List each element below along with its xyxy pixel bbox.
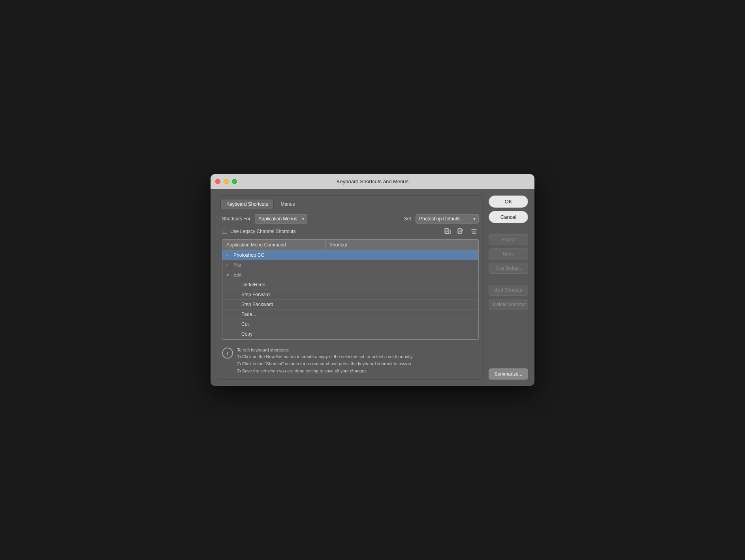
table-row[interactable]: ∨Edit — [222, 270, 478, 280]
tab-menus[interactable]: Menus — [275, 199, 301, 209]
undo-button[interactable]: Undo — [489, 248, 528, 259]
row-label: Copy — [241, 331, 252, 337]
cancel-button[interactable]: Cancel — [489, 211, 528, 223]
main-panel: Keyboard Shortcuts Menus Shortcuts For: … — [217, 195, 484, 380]
info-line: 2) Click in the "Shortcut" column for a … — [237, 361, 414, 368]
legacy-checkbox[interactable] — [222, 229, 227, 234]
minimize-button[interactable] — [224, 179, 229, 184]
accept-button[interactable]: Accept — [489, 234, 528, 245]
shortcuts-for-wrapper: Application Menus Panel Menus Tools ▼ — [255, 214, 307, 224]
shortcuts-for-select[interactable]: Application Menus Panel Menus Tools — [255, 214, 307, 224]
col-command-header: Application Menu Command — [222, 240, 325, 250]
delete-set-button[interactable] — [469, 227, 479, 235]
legacy-row: Use Legacy Channel Shortcuts — [222, 227, 479, 235]
row-label: Undo/Redo — [241, 282, 265, 288]
table-row[interactable]: ›Fade... — [222, 310, 478, 319]
table-body[interactable]: ›Photoshop CC›File∨Edit›Undo/Redo›Step F… — [222, 250, 478, 339]
table-header: Application Menu Command Shortcut — [222, 240, 478, 250]
legacy-label: Use Legacy Channel Shortcuts — [230, 229, 295, 234]
shortcuts-for-label: Shortcuts For: — [222, 216, 252, 222]
table-row[interactable]: ›Step Backward — [222, 300, 478, 310]
title-bar: Keyboard Shortcuts and Menus — [211, 174, 534, 189]
info-line: To edit keyboard shortcuts: — [237, 347, 414, 354]
col-shortcut-header: Shortcut — [325, 240, 478, 250]
table-row[interactable]: ›Step Forward — [222, 290, 478, 300]
set-label: Set: — [404, 216, 412, 222]
use-default-button[interactable]: Use Default — [489, 263, 528, 274]
close-button[interactable] — [215, 179, 220, 184]
maximize-button[interactable] — [232, 179, 237, 184]
row-label: Cut — [241, 321, 249, 327]
panel-body: Shortcuts For: Application Menus Panel M… — [217, 209, 483, 379]
table-row[interactable]: ›Cut — [222, 319, 478, 329]
delete-shortcut-button[interactable]: Delete Shortcut — [489, 299, 528, 310]
set-select[interactable]: Photoshop Defaults Custom — [416, 214, 479, 224]
ok-button[interactable]: OK — [489, 195, 528, 208]
table-row[interactable]: ›Copy — [222, 329, 478, 339]
toolbar-icons — [442, 227, 479, 235]
table-row[interactable]: ›Undo/Redo — [222, 280, 478, 290]
info-line: 3) Save the set when you are done editin… — [237, 368, 414, 375]
traffic-lights — [215, 179, 237, 184]
table-row[interactable]: ›Photoshop CC — [222, 250, 478, 260]
row-label: Fade... — [241, 312, 256, 317]
window-title: Keyboard Shortcuts and Menus — [337, 179, 408, 184]
info-text: To edit keyboard shortcuts:1) Click on t… — [237, 347, 414, 374]
shortcuts-for-row: Shortcuts For: Application Menus Panel M… — [222, 214, 479, 224]
chevron-icon: ∨ — [226, 272, 231, 277]
row-label: Photoshop CC — [233, 252, 264, 258]
main-window: Keyboard Shortcuts and Menus Keyboard Sh… — [211, 174, 534, 386]
window-content: Keyboard Shortcuts Menus Shortcuts For: … — [211, 189, 534, 386]
svg-rect-6 — [472, 230, 476, 234]
chevron-icon: › — [226, 253, 231, 257]
side-buttons: OK Cancel Accept Undo Use Default Add Sh… — [489, 195, 528, 380]
chevron-icon: › — [226, 263, 231, 267]
save-set-button[interactable] — [456, 227, 466, 235]
row-label: Edit — [233, 272, 242, 278]
svg-rect-5 — [458, 231, 461, 233]
svg-rect-2 — [445, 231, 448, 233]
table-row[interactable]: ›File — [222, 260, 478, 270]
row-label: Step Backward — [241, 302, 273, 307]
tabs-row: Keyboard Shortcuts Menus — [217, 196, 483, 209]
add-shortcut-button[interactable]: Add Shortcut — [489, 285, 528, 296]
info-section: i To edit keyboard shortcuts:1) Click on… — [222, 344, 479, 374]
row-label: Step Forward — [241, 292, 270, 297]
new-set-button[interactable] — [442, 227, 453, 235]
info-line: 1) Click on the New Set button to create… — [237, 353, 414, 361]
info-icon: i — [222, 348, 233, 359]
set-wrapper: Photoshop Defaults Custom ▼ — [416, 214, 479, 224]
summarize-button[interactable]: Summarize... — [489, 368, 528, 380]
row-label: File — [233, 262, 241, 268]
shortcuts-table: Application Menu Command Shortcut ›Photo… — [222, 239, 479, 340]
tab-keyboard-shortcuts[interactable]: Keyboard Shortcuts — [220, 199, 274, 209]
